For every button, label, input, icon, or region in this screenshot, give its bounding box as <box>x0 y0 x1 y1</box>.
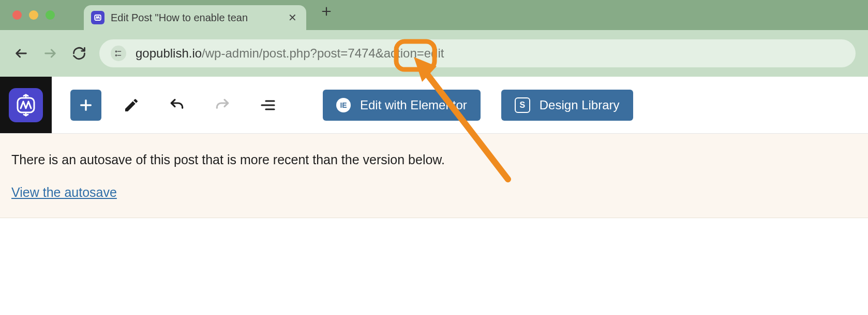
tab-close-button[interactable]: ✕ <box>288 11 297 24</box>
design-library-button[interactable]: S Design Library <box>501 90 633 121</box>
tab-title: Edit Post "How to enable tean <box>111 12 282 24</box>
site-logo-icon <box>9 88 43 122</box>
autosave-message: There is an autosave of this post that i… <box>11 152 857 167</box>
nav-forward-button[interactable] <box>41 45 59 62</box>
document-overview-button[interactable] <box>252 90 283 121</box>
new-tab-button[interactable] <box>321 6 332 24</box>
address-bar[interactable]: gopublish.io/wp-admin/post.php?post=7474… <box>99 39 856 67</box>
url-text: gopublish.io/wp-admin/post.php?post=7474… <box>136 46 444 61</box>
url-path-post: &action=edit <box>376 46 444 60</box>
nav-reload-button[interactable] <box>70 45 88 62</box>
view-autosave-link[interactable]: View the autosave <box>11 185 117 200</box>
svg-rect-3 <box>18 98 34 112</box>
design-library-icon: S <box>515 97 530 113</box>
editor-toolbar: IE Edit with Elementor S Design Library <box>0 77 868 134</box>
undo-button[interactable] <box>161 90 192 121</box>
window-minimize-button[interactable] <box>29 10 38 20</box>
edit-tool-button[interactable] <box>116 90 147 121</box>
url-highlighted-param: 7474 <box>348 46 375 60</box>
window-controls <box>12 10 55 20</box>
site-info-icon[interactable] <box>111 46 126 61</box>
elementor-label: Edit with Elementor <box>360 98 467 112</box>
url-host: gopublish.io <box>136 46 202 60</box>
window-close-button[interactable] <box>12 10 22 20</box>
browser-toolbar: gopublish.io/wp-admin/post.php?post=7474… <box>0 30 868 77</box>
editor-tools <box>52 90 302 121</box>
wp-menu-button[interactable] <box>0 77 52 133</box>
svg-point-2 <box>115 55 116 56</box>
redo-button[interactable] <box>207 90 238 121</box>
nav-back-button[interactable] <box>12 45 30 62</box>
block-inserter-button[interactable] <box>70 90 101 121</box>
browser-titlebar: Edit Post "How to enable tean ✕ <box>0 0 868 30</box>
svg-point-1 <box>115 51 116 52</box>
edit-with-elementor-button[interactable]: IE Edit with Elementor <box>323 90 481 121</box>
autosave-notice: There is an autosave of this post that i… <box>0 134 868 218</box>
browser-tab-active[interactable]: Edit Post "How to enable tean ✕ <box>84 5 306 30</box>
tab-favicon-icon <box>91 11 104 24</box>
window-maximize-button[interactable] <box>46 10 55 20</box>
design-library-label: Design Library <box>540 98 620 112</box>
url-path-pre: /wp-admin/post.php?post= <box>202 46 348 60</box>
elementor-icon: IE <box>336 98 351 112</box>
